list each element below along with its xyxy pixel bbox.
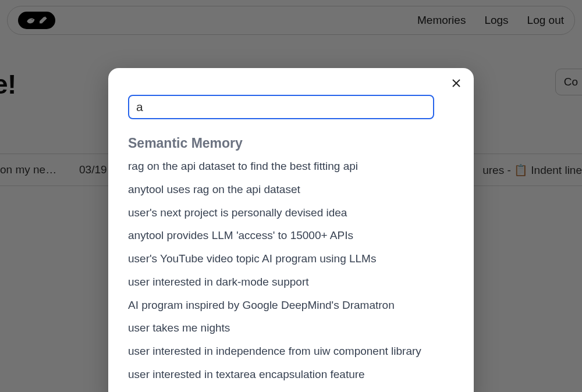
search-input[interactable]: [128, 95, 434, 119]
result-item[interactable]: user takes me nights: [128, 321, 454, 335]
close-button[interactable]: [449, 76, 463, 90]
section-heading: Semantic Memory: [128, 136, 454, 151]
result-item[interactable]: user's YouTube video topic AI program us…: [128, 252, 454, 266]
result-item[interactable]: anytool uses rag on the api dataset: [128, 183, 454, 197]
result-list: rag on the api dataset to find the best …: [128, 159, 454, 382]
result-item[interactable]: rag on the api dataset to find the best …: [128, 159, 454, 173]
result-item[interactable]: user interested in independence from uiw…: [128, 344, 454, 358]
page-root: Memories Logs Log out e! Co on my ne… 03…: [0, 0, 582, 392]
search-wrap: [128, 95, 454, 119]
result-item[interactable]: user's next project is personally devise…: [128, 206, 454, 220]
result-item[interactable]: user interested in dark-mode support: [128, 275, 454, 289]
close-icon: [452, 79, 461, 88]
result-item[interactable]: AI program inspired by Google DeepMind's…: [128, 298, 454, 312]
result-item[interactable]: anytool provides LLM 'access' to 15000+ …: [128, 229, 454, 243]
search-modal: Semantic Memory rag on the api dataset t…: [108, 68, 474, 392]
result-item[interactable]: user interested in textarea encapsulatio…: [128, 368, 454, 382]
